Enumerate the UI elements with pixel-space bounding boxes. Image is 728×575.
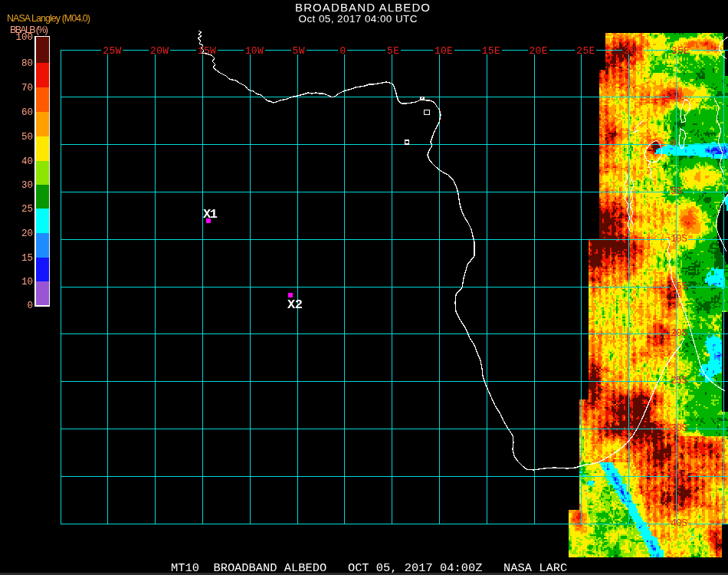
svg-text:BROADBAND ALBEDO: BROADBAND ALBEDO	[295, 1, 430, 14]
svg-text:10E: 10E	[435, 45, 453, 57]
svg-text:10W: 10W	[245, 45, 264, 57]
svg-text:15E: 15E	[482, 45, 500, 57]
svg-text:30: 30	[21, 180, 33, 191]
svg-text:70: 70	[21, 83, 33, 94]
svg-text:25: 25	[21, 204, 33, 215]
svg-text:25E: 25E	[576, 45, 595, 57]
svg-text:X2: X2	[287, 297, 303, 312]
svg-text:BBALB (%): BBALB (%)	[10, 25, 48, 35]
svg-text:20: 20	[21, 228, 33, 239]
svg-text:5N: 5N	[671, 90, 682, 102]
svg-text:10S: 10S	[671, 233, 687, 245]
svg-text:NASA Langley (M04.0): NASA Langley (M04.0)	[7, 13, 90, 24]
svg-text:10: 10	[21, 277, 33, 288]
svg-text:5E: 5E	[387, 45, 399, 57]
svg-text:0: 0	[671, 138, 677, 150]
svg-text:15W: 15W	[198, 45, 216, 57]
svg-text:15: 15	[21, 253, 33, 264]
svg-text:40S: 40S	[671, 518, 687, 529]
svg-text:20S: 20S	[671, 327, 687, 339]
svg-text:5W: 5W	[293, 45, 305, 57]
svg-text:0: 0	[339, 45, 346, 57]
svg-text:0: 0	[27, 301, 33, 311]
svg-text:40: 40	[21, 156, 33, 167]
svg-text:20W: 20W	[150, 45, 169, 57]
svg-text:35S: 35S	[671, 470, 687, 481]
svg-text:30E: 30E	[624, 45, 642, 57]
svg-text:5S: 5S	[671, 186, 682, 197]
svg-text:25S: 25S	[671, 375, 687, 386]
svg-text:Oct 05, 2017 04:00 UTC: Oct 05, 2017 04:00 UTC	[299, 13, 418, 25]
svg-text:50: 50	[21, 132, 33, 143]
svg-text:30S: 30S	[671, 422, 687, 434]
svg-text:20E: 20E	[530, 45, 548, 57]
svg-text:60: 60	[21, 107, 33, 118]
svg-text:25W: 25W	[103, 45, 121, 57]
svg-text:35E: 35E	[671, 45, 690, 57]
svg-text:80: 80	[21, 58, 33, 69]
